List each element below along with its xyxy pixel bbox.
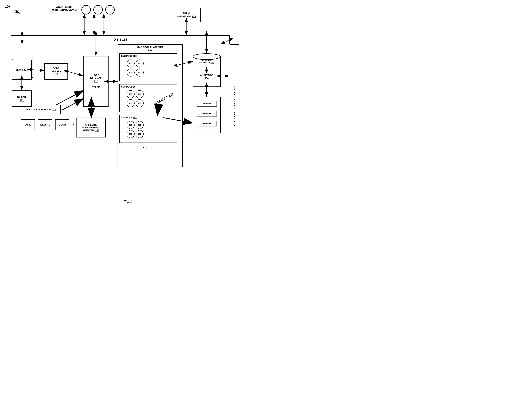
services-dots: ...	[71, 122, 76, 125]
oss-bar: O S S 114	[11, 35, 230, 44]
pool-circle-102-3: 103	[127, 68, 135, 76]
pool-circle-104-4: 103	[136, 99, 144, 107]
crm-label: C R MWORKFLOW 124	[177, 12, 196, 18]
svc-pool-dots: ...	[143, 145, 148, 149]
pool-circle-108-3: 103	[127, 130, 135, 138]
skins-box: SKINS 120	[12, 60, 32, 80]
pool-circle-104-1: 103	[127, 90, 135, 98]
svg-line-15	[56, 90, 83, 105]
svg-line-11	[68, 71, 83, 76]
affiliate-label: AFFILIATEMANAGEMENTNETWORK 138	[82, 124, 99, 132]
client-box: CLIENT101	[12, 90, 32, 107]
agent-circles-group	[81, 5, 115, 15]
server-group-box: SERVER SERVER SERVER	[193, 97, 221, 133]
pool-circle-108-2: 103	[136, 121, 144, 129]
svg-line-10	[32, 70, 44, 71]
pool-circle-102-4: 103	[136, 68, 144, 76]
label-100: 100	[5, 5, 10, 8]
fig-label: Fig. 1	[124, 200, 132, 204]
agents-label: AGENTS 118 (WITH PERMISSIONS)	[51, 5, 77, 11]
code-library-box: CODELIBRARY122	[44, 63, 68, 80]
oss-label: O S S 114	[113, 38, 127, 41]
third-party-label: THIRD PARTY SERVICES 128	[26, 108, 56, 111]
agent-circle-3	[105, 5, 115, 15]
svc-pool-102: SVC POOL 102 103 103 103 103	[119, 53, 177, 81]
biz-ops-bar: BUSINESS OPERATIONS 140	[230, 44, 239, 167]
svg-line-16	[61, 98, 83, 110]
svc-pool-108: SVC POOL 108 103 103 103 103	[119, 115, 177, 143]
agent-circle-1	[81, 5, 91, 15]
email-box: EMAIL	[21, 119, 35, 130]
analytics-label: ANALYTICS134	[200, 74, 213, 80]
crm-box: C R MWORKFLOW 124	[172, 8, 201, 22]
pool-circle-102-1: 103	[127, 60, 135, 68]
pool-circle-104-2: 103	[136, 90, 144, 98]
client-label: CLIENT101	[17, 95, 26, 102]
load-balance-label: LOADBALANCE112STACK	[90, 74, 102, 89]
analytics-box: ANALYTICS134	[193, 67, 221, 87]
diagram: 100 O S S 114 BUSINESS OPERATIONS 140 AG…	[0, 0, 256, 210]
pool-circle-104-3: 103	[127, 99, 135, 107]
svc-platform-label: SVC POOL PLATFORM110	[119, 46, 181, 51]
pool-circle-102-2: 103	[136, 60, 144, 68]
website-box: WEBSITE	[38, 119, 52, 130]
ecom-box: E-COM	[55, 119, 69, 130]
server-item-3: SERVER	[197, 121, 217, 127]
biz-ops-label: BUSINESS OPERATIONS 140	[233, 85, 236, 126]
server-item-1: SERVER	[197, 101, 217, 106]
server-item-2: SERVER	[197, 111, 217, 116]
pool-circle-108-1: 103	[127, 121, 135, 129]
agent-circle-2	[93, 5, 103, 15]
code-library-label: CODELIBRARY122	[51, 67, 61, 76]
fig-text: Fig. 1	[124, 200, 132, 203]
svg-line-4	[14, 10, 20, 14]
affiliate-box: AFFILIATEMANAGEMENTNETWORK 138	[76, 118, 106, 137]
load-balance-box: LOADBALANCE112STACK	[83, 56, 109, 107]
pool-circle-108-4: 103	[136, 130, 144, 138]
